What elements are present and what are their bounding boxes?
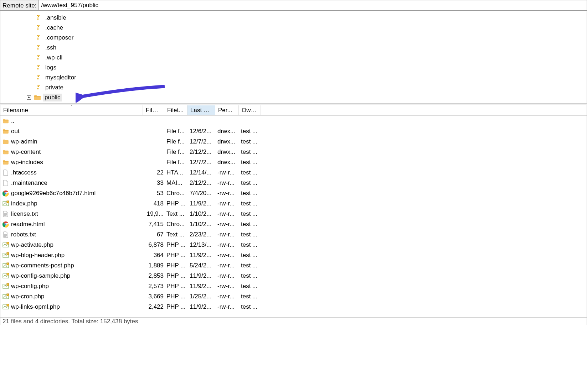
file-name: wp-config-sample.php <box>11 272 70 279</box>
col-header-filetype[interactable]: Filet... <box>164 105 187 115</box>
tree-item[interactable]: logs <box>0 63 587 73</box>
file-name: readme.html <box>11 221 45 228</box>
file-mod: 1/10/2... <box>190 210 217 218</box>
sort-indicator-icon: ⌃ <box>70 105 73 108</box>
file-row[interactable]: robots.txt67Text ...2/23/2...-rw-r...tes… <box>0 229 587 240</box>
file-icon <box>2 169 9 176</box>
folder-icon <box>2 149 9 155</box>
question-mark-icon <box>35 14 42 21</box>
tree-item-label: .composer <box>44 34 75 42</box>
tree-item[interactable]: private <box>0 83 587 93</box>
file-name: out <box>11 128 20 135</box>
svg-rect-15 <box>7 273 9 275</box>
file-size: 2,422 <box>145 303 166 310</box>
file-row[interactable]: outFile f...12/6/2...drwx...test ... <box>0 126 587 136</box>
file-size: 364 <box>145 252 166 259</box>
file-mod: 12/14/... <box>190 169 217 176</box>
col-header-modified[interactable]: Last m... <box>187 105 215 115</box>
col-header-filesize[interactable]: Files... <box>143 105 164 115</box>
php-icon <box>2 304 9 310</box>
file-size: 2,573 <box>145 283 166 290</box>
file-row[interactable]: .. <box>0 116 587 126</box>
file-own: test ... <box>241 303 263 310</box>
file-row[interactable]: google9269eb6c7c46b7d7.html53Chro...7/4/… <box>0 188 587 198</box>
php-icon <box>2 283 9 289</box>
svg-point-7 <box>5 223 7 225</box>
remote-path-input[interactable] <box>39 0 587 10</box>
file-size: 53 <box>145 190 166 197</box>
file-mod: 2/12/2... <box>190 179 217 187</box>
folder-icon <box>2 159 9 166</box>
file-type: File f... <box>166 148 190 156</box>
file-row[interactable]: wp-activate.php6,878PHP ...12/13/...-rw-… <box>0 240 587 250</box>
file-size: 1,889 <box>145 262 166 269</box>
tree-expander-icon[interactable]: + <box>27 95 31 100</box>
file-list-header: Filename⌃ Files... Filet... Last m... Pe… <box>0 105 587 116</box>
file-own: test ... <box>241 231 263 238</box>
file-own: test ... <box>241 148 263 156</box>
file-own: test ... <box>241 179 263 187</box>
file-row[interactable]: wp-comments-post.php1,889PHP ...5/24/2..… <box>0 260 587 271</box>
file-own: test ... <box>241 190 263 197</box>
tree-item[interactable]: .ssh <box>0 43 587 53</box>
file-row[interactable]: wp-includesFile f...12/7/2...drwx...test… <box>0 157 587 167</box>
tree-item[interactable]: .composer <box>0 33 587 43</box>
file-row[interactable]: .htaccess22HTA...12/14/...-rw-r...test .… <box>0 167 587 178</box>
file-perm: -rw-r... <box>217 272 241 279</box>
file-mod: 11/9/2... <box>190 283 217 290</box>
file-size: 418 <box>145 200 166 207</box>
file-name: .htaccess <box>11 169 37 176</box>
file-row[interactable]: wp-blog-header.php364PHP ...11/9/2...-rw… <box>0 250 587 260</box>
file-mod: 12/13/... <box>190 241 217 249</box>
file-row[interactable]: .maintenance33MAI...2/12/2...-rw-r...tes… <box>0 178 587 188</box>
file-perm: drwx... <box>217 159 241 166</box>
svg-rect-17 <box>7 283 9 286</box>
file-row[interactable]: wp-adminFile f...12/7/2...drwx...test ..… <box>0 136 587 147</box>
file-row[interactable]: wp-config-sample.php2,853PHP ...11/9/2..… <box>0 271 587 281</box>
file-row[interactable]: index.php418PHP ...11/9/2...-rw-r...test… <box>0 198 587 209</box>
file-mod: 2/23/2... <box>190 231 217 238</box>
svg-rect-21 <box>7 304 9 306</box>
tree-item[interactable]: .ansible <box>0 13 587 23</box>
tree-item[interactable]: mysqleditor <box>0 73 587 83</box>
file-row[interactable]: wp-config.php2,573PHP ...11/9/2...-rw-r.… <box>0 281 587 291</box>
file-size: 22 <box>145 169 166 176</box>
question-mark-icon <box>35 74 42 81</box>
file-perm: -rw-r... <box>217 283 241 290</box>
col-header-owner[interactable]: Own... <box>239 105 261 115</box>
file-icon <box>2 180 9 186</box>
tree-item[interactable]: .wp-cli <box>0 53 587 63</box>
folder-icon <box>2 128 9 135</box>
file-name: google9269eb6c7c46b7d7.html <box>11 190 96 197</box>
col-header-permissions[interactable]: Per... <box>215 105 239 115</box>
text-icon <box>2 211 9 217</box>
file-mod: 5/24/2... <box>190 262 217 269</box>
file-type: Text ... <box>166 210 190 218</box>
file-list-body[interactable]: ..outFile f...12/6/2...drwx...test ...wp… <box>0 116 587 312</box>
file-name: robots.txt <box>11 231 36 238</box>
file-mod: 11/9/2... <box>190 200 217 207</box>
chrome-icon <box>2 190 9 197</box>
tree-item[interactable]: +public <box>0 93 587 103</box>
file-type: PHP ... <box>166 283 190 290</box>
file-mod: 12/6/2... <box>190 128 217 135</box>
file-row[interactable]: wp-links-opml.php2,422PHP ...11/9/2...-r… <box>0 302 587 312</box>
file-name: wp-cron.php <box>11 293 45 300</box>
question-mark-icon <box>35 84 42 91</box>
file-row[interactable]: wp-cron.php3,669PHP ...1/25/2...-rw-r...… <box>0 291 587 302</box>
file-size: 33 <box>145 179 166 187</box>
file-mod: 11/9/2... <box>190 252 217 259</box>
file-row[interactable]: wp-contentFile f...2/12/2...drwx...test … <box>0 147 587 157</box>
file-name: .maintenance <box>11 179 47 187</box>
php-icon <box>2 200 9 207</box>
tree-item[interactable]: .cache <box>0 23 587 33</box>
remote-tree-pane[interactable]: .ansible.cache.composer.ssh.wp-clilogsmy… <box>0 11 587 103</box>
svg-point-2 <box>5 192 7 194</box>
col-header-filename[interactable]: Filename⌃ <box>0 105 143 115</box>
file-perm: -rw-r... <box>217 303 241 310</box>
file-row[interactable]: readme.html7,415Chro...1/10/2...-rw-r...… <box>0 219 587 229</box>
file-row[interactable]: license.txt19,9...Text ...1/10/2...-rw-r… <box>0 209 587 219</box>
text-icon <box>2 231 9 238</box>
file-name: wp-blog-header.php <box>11 252 65 259</box>
file-perm: drwx... <box>217 148 241 156</box>
